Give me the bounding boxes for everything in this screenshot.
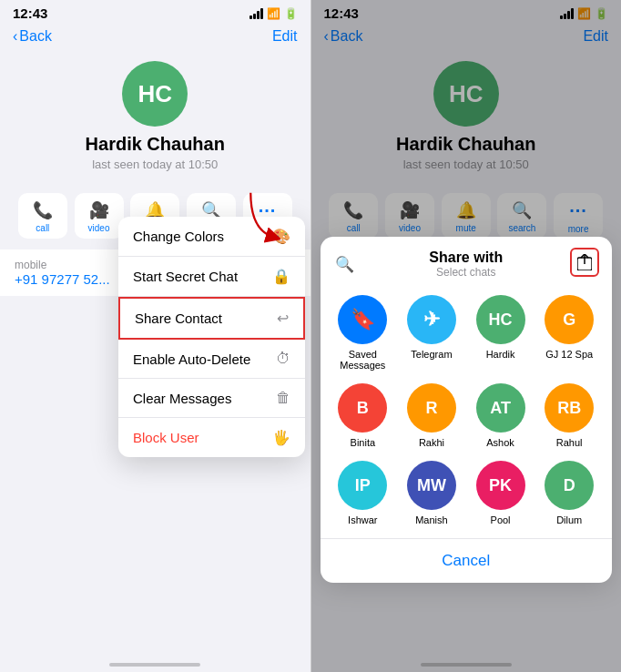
call-button[interactable]: 📞 call bbox=[18, 193, 67, 239]
share-icon: ↩ bbox=[277, 310, 289, 327]
label-telegram: Telegram bbox=[411, 349, 452, 360]
label-hardik: Hardik bbox=[486, 349, 515, 360]
share-contact-label: Share Contact bbox=[135, 311, 222, 326]
avatar-ashok: AT bbox=[476, 383, 525, 433]
export-icon bbox=[577, 254, 592, 270]
share-title-block: Share with Select chats bbox=[429, 249, 503, 279]
label-rakhi: Rakhi bbox=[419, 437, 444, 448]
cancel-bar: Cancel bbox=[321, 538, 613, 583]
share-contacts-grid: 🔖 SavedMessages ✈ Telegram HC Hardik G G… bbox=[321, 284, 613, 538]
back-button-left[interactable]: ‹ Back bbox=[13, 28, 52, 45]
share-item-saved[interactable]: 🔖 SavedMessages bbox=[335, 295, 392, 371]
label-rahul: Rahul bbox=[556, 437, 583, 448]
avatar-rakhi: R bbox=[407, 383, 456, 433]
share-item-rakhi[interactable]: R Rakhi bbox=[403, 383, 460, 448]
left-screen: 12:43 📶 🔋 ‹ Back Edit HC Hardik Chauhan … bbox=[0, 0, 311, 672]
avatar-saved: 🔖 bbox=[338, 295, 387, 344]
label-ishwar: Ishwar bbox=[348, 514, 377, 525]
avatar-manish: MW bbox=[407, 461, 456, 510]
share-item-gj[interactable]: G GJ 12 Spa bbox=[541, 295, 597, 371]
share-item-manish[interactable]: MW Manish bbox=[403, 461, 460, 525]
video-button[interactable]: 🎥 video bbox=[75, 193, 124, 239]
menu-item-clear-messages[interactable]: Clear Messages 🗑 bbox=[118, 379, 305, 418]
nav-bar-left: ‹ Back Edit bbox=[0, 25, 310, 52]
change-colors-label: Change Colors bbox=[133, 229, 224, 244]
signal-icon bbox=[249, 8, 263, 19]
menu-item-secret-chat[interactable]: Start Secret Chat 🔒 bbox=[118, 257, 305, 297]
avatar-gj: G bbox=[545, 295, 594, 344]
share-panel: 🔍 Share with Select chats 🔖 SavedMessage… bbox=[321, 237, 613, 583]
avatar-hardik: HC bbox=[476, 295, 525, 344]
avatar-ishwar: IP bbox=[338, 461, 387, 510]
avatar-left: HC bbox=[122, 61, 188, 127]
share-item-ashok[interactable]: AT Ashok bbox=[473, 383, 529, 448]
secret-chat-label: Start Secret Chat bbox=[133, 269, 238, 284]
share-item-hardik[interactable]: HC Hardik bbox=[473, 295, 529, 371]
menu-item-share-contact[interactable]: Share Contact ↩ bbox=[118, 297, 305, 340]
menu-item-block-user[interactable]: Block User 🖐 bbox=[118, 418, 305, 457]
share-item-ishwar[interactable]: IP Ishwar bbox=[335, 461, 392, 525]
arrow-indicator bbox=[244, 189, 280, 244]
status-bar-left: 12:43 📶 🔋 bbox=[0, 0, 310, 25]
edit-button-left[interactable]: Edit bbox=[272, 28, 298, 45]
menu-item-auto-delete[interactable]: Enable Auto-Delete ⏱ bbox=[118, 340, 305, 379]
share-item-dilum[interactable]: D Dilum bbox=[541, 461, 597, 525]
share-item-rahul[interactable]: RB Rahul bbox=[541, 383, 597, 448]
timer-icon: ⏱ bbox=[276, 351, 290, 367]
block-icon: 🖐 bbox=[272, 429, 290, 446]
right-screen: 12:43 📶 🔋 ‹ Back Edit HC Hardik Chauhan … bbox=[311, 0, 622, 672]
chevron-left-icon: ‹ bbox=[13, 28, 17, 45]
avatar-telegram: ✈ bbox=[407, 295, 456, 344]
context-menu: Change Colors 🎨 Start Secret Chat 🔒 Shar… bbox=[118, 217, 305, 457]
avatar-binita: B bbox=[338, 383, 387, 433]
video-icon: 🎥 bbox=[89, 200, 109, 220]
call-label: call bbox=[36, 223, 49, 233]
label-dilum: Dilum bbox=[556, 514, 582, 525]
call-icon: 📞 bbox=[33, 200, 53, 220]
avatar-dilum: D bbox=[545, 461, 594, 510]
profile-section-left: HC Hardik Chauhan last seen today at 10:… bbox=[0, 52, 310, 184]
label-saved: SavedMessages bbox=[340, 349, 385, 371]
avatar-rahul: RB bbox=[545, 383, 594, 433]
auto-delete-label: Enable Auto-Delete bbox=[133, 351, 250, 367]
label-pool: Pool bbox=[491, 514, 511, 525]
share-title: Share with bbox=[429, 249, 503, 266]
share-item-pool[interactable]: PK Pool bbox=[473, 461, 529, 525]
profile-name-left: Hardik Chauhan bbox=[86, 134, 225, 155]
status-time-left: 12:43 bbox=[13, 5, 47, 21]
label-gj: GJ 12 Spa bbox=[545, 349, 593, 360]
wifi-icon: 📶 bbox=[267, 7, 280, 20]
label-manish: Manish bbox=[415, 514, 447, 525]
status-icons-left: 📶 🔋 bbox=[249, 7, 298, 20]
share-item-telegram[interactable]: ✈ Telegram bbox=[403, 295, 460, 371]
share-subtitle: Select chats bbox=[429, 266, 503, 279]
clear-messages-label: Clear Messages bbox=[133, 391, 231, 406]
video-label: video bbox=[88, 223, 110, 233]
share-export-button[interactable] bbox=[570, 248, 599, 277]
cancel-button[interactable]: Cancel bbox=[442, 552, 490, 569]
battery-icon: 🔋 bbox=[284, 7, 298, 20]
clear-icon: 🗑 bbox=[276, 390, 290, 406]
lock-icon: 🔒 bbox=[272, 268, 290, 285]
block-user-label: Block User bbox=[133, 430, 199, 445]
search-icon-share: 🔍 bbox=[335, 255, 354, 274]
avatar-pool: PK bbox=[476, 461, 525, 510]
label-binita: Binita bbox=[351, 437, 376, 448]
profile-status-left: last seen today at 10:50 bbox=[92, 158, 218, 171]
label-ashok: Ashok bbox=[486, 437, 514, 448]
home-indicator-left bbox=[109, 663, 200, 667]
share-item-binita[interactable]: B Binita bbox=[335, 383, 392, 448]
share-header: 🔍 Share with Select chats bbox=[321, 237, 613, 284]
back-label-left: Back bbox=[19, 28, 52, 45]
